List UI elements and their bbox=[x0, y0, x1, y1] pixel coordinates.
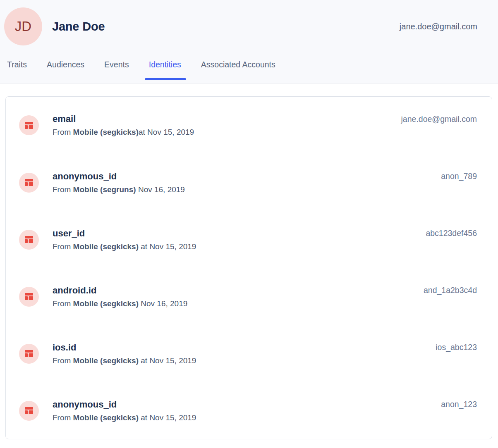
identity-date: at Nov 15, 2019 bbox=[139, 242, 196, 251]
identity-source-line: From Mobile (segkicks) at Nov 15, 2019 bbox=[53, 242, 196, 251]
identity-date: at Nov 15, 2019 bbox=[139, 356, 196, 365]
layout-grid-icon bbox=[19, 230, 39, 250]
identity-row: email From Mobile (segkicks)at Nov 15, 2… bbox=[6, 97, 492, 154]
identity-date: Nov 16, 2019 bbox=[136, 185, 185, 194]
from-label: From bbox=[53, 356, 73, 365]
identities-card: email From Mobile (segkicks)at Nov 15, 2… bbox=[5, 96, 492, 439]
identity-source: Mobile (segkicks) bbox=[73, 413, 139, 422]
identity-source-line: From Mobile (segruns) Nov 16, 2019 bbox=[53, 185, 185, 194]
identity-source: Mobile (segkicks) bbox=[73, 128, 139, 136]
identity-value: ios_abc123 bbox=[436, 343, 477, 352]
identity-source-line: From Mobile (segkicks) at Nov 15, 2019 bbox=[53, 413, 196, 422]
identity-value: anon_789 bbox=[441, 172, 477, 181]
profile-summary: JD Jane Doe jane.doe@gmail.com bbox=[0, 0, 498, 45]
identity-name: user_id bbox=[53, 228, 196, 239]
from-label: From bbox=[53, 128, 73, 136]
identity-source-line: From Mobile (segkicks) at Nov 15, 2019 bbox=[53, 356, 196, 365]
identity-date: at Nov 15, 2019 bbox=[139, 413, 196, 422]
from-label: From bbox=[53, 299, 73, 308]
identity-row: anonymous_id From Mobile (segkicks) at N… bbox=[6, 382, 492, 439]
identity-row: ios.id From Mobile (segkicks) at Nov 15,… bbox=[6, 325, 492, 382]
identity-source-line: From Mobile (segkicks)at Nov 15, 2019 bbox=[53, 128, 194, 137]
page-title: Jane Doe bbox=[52, 20, 105, 33]
from-label: From bbox=[53, 413, 73, 422]
profile-header: JD Jane Doe jane.doe@gmail.com Traits Au… bbox=[0, 0, 498, 83]
tab-identities[interactable]: Identities bbox=[149, 60, 181, 69]
identity-name: anonymous_id bbox=[53, 171, 185, 182]
identity-name: android.id bbox=[53, 285, 187, 296]
identity-value: abc123def456 bbox=[426, 229, 477, 238]
layout-grid-icon bbox=[19, 401, 39, 421]
from-label: From bbox=[53, 242, 73, 251]
identity-info: anonymous_id From Mobile (segkicks) at N… bbox=[53, 399, 196, 422]
identity-source: Mobile (segruns) bbox=[73, 185, 136, 194]
from-label: From bbox=[53, 185, 73, 194]
identity-name: ios.id bbox=[53, 342, 196, 353]
identity-date: Nov 16, 2019 bbox=[139, 299, 187, 308]
identity-value: and_1a2b3c4d bbox=[424, 286, 477, 295]
tab-audiences[interactable]: Audiences bbox=[47, 60, 84, 69]
identity-info: android.id From Mobile (segkicks) Nov 16… bbox=[53, 285, 187, 308]
identity-source: Mobile (segkicks) bbox=[73, 356, 139, 365]
identity-row: anonymous_id From Mobile (segruns) Nov 1… bbox=[6, 154, 492, 211]
avatar: JD bbox=[4, 7, 42, 45]
avatar-initials: JD bbox=[15, 19, 31, 34]
tab-traits[interactable]: Traits bbox=[7, 60, 27, 69]
layout-grid-icon bbox=[19, 115, 39, 135]
tab-events[interactable]: Events bbox=[104, 60, 129, 69]
identities-panel: email From Mobile (segkicks)at Nov 15, 2… bbox=[0, 83, 498, 439]
identity-info: user_id From Mobile (segkicks) at Nov 15… bbox=[53, 228, 196, 251]
layout-grid-icon bbox=[19, 344, 39, 364]
profile-email: jane.doe@gmail.com bbox=[400, 22, 477, 31]
identity-name: email bbox=[53, 114, 194, 124]
identity-source: Mobile (segkicks) bbox=[73, 242, 139, 251]
identity-source: Mobile (segkicks) bbox=[73, 299, 139, 308]
identity-date: at Nov 15, 2019 bbox=[139, 128, 194, 136]
layout-grid-icon bbox=[19, 287, 39, 307]
identity-info: email From Mobile (segkicks)at Nov 15, 2… bbox=[53, 114, 194, 137]
identity-info: ios.id From Mobile (segkicks) at Nov 15,… bbox=[53, 342, 196, 365]
layout-grid-icon bbox=[19, 173, 39, 193]
identity-row: user_id From Mobile (segkicks) at Nov 15… bbox=[6, 211, 492, 268]
identity-source-line: From Mobile (segkicks) Nov 16, 2019 bbox=[53, 299, 187, 308]
identity-value: jane.doe@gmail.com bbox=[401, 114, 477, 124]
identity-row: android.id From Mobile (segkicks) Nov 16… bbox=[6, 268, 492, 325]
tab-bar: Traits Audiences Events Identities Assoc… bbox=[0, 45, 498, 83]
tab-associated-accounts[interactable]: Associated Accounts bbox=[201, 60, 275, 69]
identity-info: anonymous_id From Mobile (segruns) Nov 1… bbox=[53, 171, 185, 194]
identity-name: anonymous_id bbox=[53, 399, 196, 410]
identity-value: anon_123 bbox=[441, 400, 477, 409]
